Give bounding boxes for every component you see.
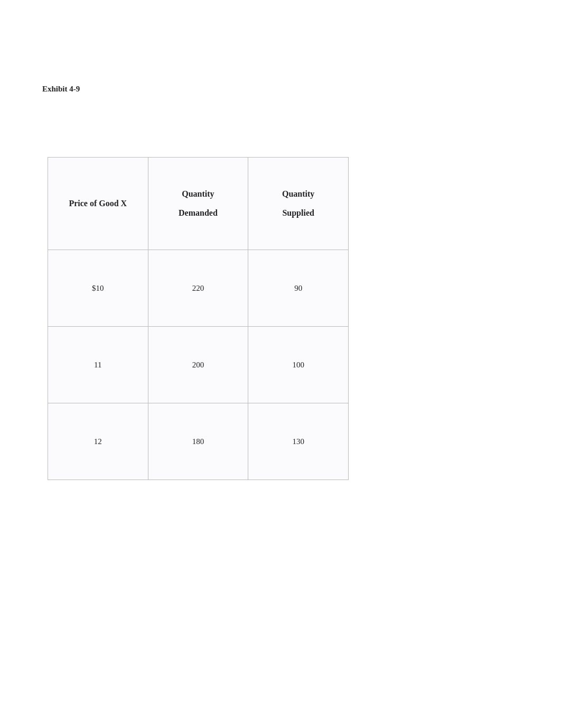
supply-demand-table: Price of Good X Quantity Demanded Quanti… — [48, 157, 349, 480]
cell-demanded-0: 220 — [148, 250, 248, 327]
table-row: 12180130 — [48, 403, 349, 480]
cell-price-2: 12 — [48, 403, 148, 480]
header-price: Price of Good X — [48, 158, 148, 250]
cell-price-1: 11 — [48, 327, 148, 403]
cell-supplied-1: 100 — [248, 327, 349, 403]
table-row: 11200100 — [48, 327, 349, 403]
cell-supplied-2: 130 — [248, 403, 349, 480]
exhibit-title: Exhibit 4-9 — [42, 85, 519, 94]
cell-price-0: $10 — [48, 250, 148, 327]
cell-supplied-0: 90 — [248, 250, 349, 327]
header-supplied: Quantity Supplied — [248, 158, 349, 250]
page-container: Exhibit 4-9 Price of Good X Quantity Dem… — [0, 0, 561, 522]
cell-demanded-2: 180 — [148, 403, 248, 480]
header-demanded: Quantity Demanded — [148, 158, 248, 250]
cell-demanded-1: 200 — [148, 327, 248, 403]
table-wrapper: Price of Good X Quantity Demanded Quanti… — [48, 157, 519, 480]
table-row: $1022090 — [48, 250, 349, 327]
